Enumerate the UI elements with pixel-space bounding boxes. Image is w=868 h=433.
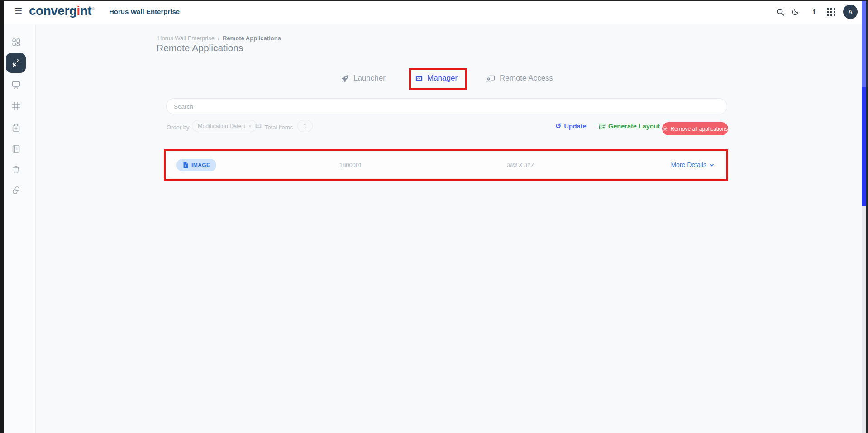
hamburger-menu-icon[interactable]: ☰ [14, 7, 22, 16]
tab-remote-access[interactable]: Remote Access [486, 71, 553, 85]
app-window: ☰ convergint® Horus Wall Enterprise i [0, 0, 868, 433]
sidebar-item-dashboard[interactable] [6, 32, 26, 52]
trash-icon [11, 165, 21, 174]
logo-text: converg [29, 4, 76, 18]
rocket-icon [341, 74, 349, 83]
more-details-button[interactable]: More Details [671, 161, 715, 168]
logo-text-tail: nt [80, 4, 91, 18]
sidebar-item-remote-applications[interactable] [6, 53, 26, 73]
generate-layout-button[interactable]: Generate Layout [599, 123, 660, 130]
tab-launcher[interactable]: Launcher [341, 71, 386, 85]
apps-menu-button[interactable] [825, 6, 837, 18]
tab-manager-label: Manager [427, 74, 458, 83]
application-row[interactable]: IMAGE 1800001 383 X 317 More Details [167, 152, 725, 178]
application-resolution: 383 X 317 [484, 162, 557, 168]
screen-icon [11, 80, 21, 90]
update-button-label: Update [564, 123, 586, 130]
scrollbar-thumb[interactable] [862, 87, 866, 206]
sidebar-item-logs[interactable] [6, 139, 26, 159]
remove-all-applications-button[interactable]: ☠ Remove all applications [662, 122, 728, 135]
grid-icon [827, 8, 835, 16]
dark-mode-button[interactable] [790, 6, 801, 18]
search-button[interactable] [774, 6, 786, 18]
logo-trademark: ® [91, 7, 94, 11]
user-avatar[interactable]: A [843, 5, 858, 19]
search-icon [776, 8, 785, 16]
tab-remote-access-label: Remote Access [500, 74, 553, 83]
window-top-edge [0, 0, 868, 1]
search-bar [166, 98, 727, 114]
dashboard-icon [11, 38, 21, 47]
app-title: Horus Wall Enterprise [109, 8, 180, 15]
breadcrumb-root[interactable]: Horus Wall Enterprise [157, 35, 215, 42]
brand-logo: convergint® [29, 4, 94, 18]
type-badge[interactable]: IMAGE [176, 159, 216, 171]
calendar-add-icon [11, 123, 21, 133]
logo-text-accent: i [76, 4, 80, 18]
page-title: Remote Applications [157, 43, 243, 53]
more-details-label: More Details [671, 161, 706, 168]
rotate-icon: ↺ [555, 123, 561, 130]
order-by-label: Order by [167, 124, 190, 131]
sidebar-item-trash[interactable] [6, 159, 26, 179]
sidebar [4, 24, 36, 433]
breadcrumb: Horus Wall Enterprise / Remote Applicati… [157, 35, 281, 42]
chevron-down-icon: ▾ [249, 124, 251, 128]
avatar-initial: A [849, 9, 853, 15]
tab-manager[interactable]: Manager [415, 71, 458, 85]
breadcrumb-separator: / [216, 35, 223, 42]
scrollbar-track[interactable] [862, 0, 866, 433]
frame-icon [11, 101, 21, 111]
update-button[interactable]: ↺ Update [555, 123, 587, 130]
total-items-count: 1 [297, 120, 313, 132]
journal-icon [11, 144, 21, 154]
total-items-icon [255, 122, 262, 129]
window-right-edge [866, 0, 868, 433]
remote-access-icon [486, 74, 496, 83]
type-badge-label: IMAGE [191, 162, 210, 168]
info-button[interactable]: i [808, 6, 820, 18]
satellite-icon [11, 58, 21, 68]
sidebar-item-screens[interactable] [6, 75, 26, 95]
info-icon: i [813, 7, 815, 17]
header: ☰ convergint® Horus Wall Enterprise i [4, 0, 862, 24]
breadcrumb-current: Remote Applications [223, 35, 281, 42]
window-left-edge [0, 0, 4, 433]
scrollbar-thumb-top[interactable] [862, 0, 866, 87]
remove-all-applications-label: Remove all applications [670, 126, 728, 132]
sidebar-item-scheduler[interactable] [6, 118, 26, 138]
manager-icon [415, 74, 423, 82]
sidebar-item-links[interactable] [6, 180, 26, 200]
search-input[interactable] [167, 99, 741, 114]
order-by-value: Modification Date ↓ [198, 123, 246, 129]
generate-layout-label: Generate Layout [608, 123, 660, 130]
link-icon [11, 186, 21, 195]
total-items-label: Total items [265, 124, 293, 131]
skull-icon: ☠ [663, 126, 668, 132]
layout-grid-icon [599, 123, 606, 130]
tab-launcher-label: Launcher [353, 74, 386, 83]
order-by-dropdown[interactable]: Modification Date ↓ ▾ [192, 120, 257, 132]
chevron-down-icon [709, 162, 715, 168]
sidebar-item-layouts[interactable] [6, 96, 26, 116]
application-id: 1800001 [317, 162, 385, 168]
file-icon [183, 162, 188, 168]
moon-icon [792, 8, 800, 16]
